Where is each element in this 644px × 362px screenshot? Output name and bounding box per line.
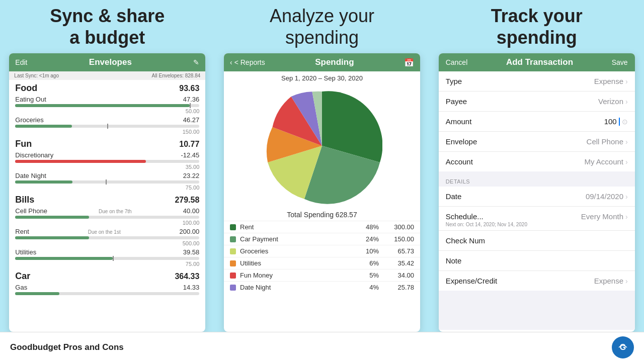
item-date-night[interactable]: Date Night 23.22 75.00 xyxy=(9,171,205,192)
panel-2: Analyze your spending ‹ < Reports Spendi… xyxy=(215,0,430,332)
back-button[interactable]: ‹ < Reports xyxy=(230,58,265,66)
logo-icon: G xyxy=(616,340,630,354)
legend-color-fun xyxy=(230,273,236,279)
item-gas[interactable]: Gas 14.33 xyxy=(9,283,205,297)
category-bills: Bills 279.58 xyxy=(9,192,205,206)
expense-credit-row[interactable]: Expense/Credit Expense › xyxy=(439,271,635,291)
save-button[interactable]: Save xyxy=(612,58,628,66)
transaction-content: Type Expense › Payee Verizon › Amount 10… xyxy=(439,71,635,330)
calendar-icon[interactable]: 📅 xyxy=(404,58,414,67)
spending-legend: Rent 48% 300.00 Car Payment 24% 150.00 G… xyxy=(224,221,420,293)
date-range: Sep 1, 2020 – Sep 30, 2020 xyxy=(224,71,420,83)
add-transaction-header: Cancel Add Transaction Save xyxy=(439,53,635,71)
edit-button[interactable]: Edit xyxy=(15,58,27,66)
note-row[interactable]: Note xyxy=(439,251,635,271)
panel-1: Sync & share a budget Edit Envelopes ✎ L… xyxy=(0,0,215,332)
bottom-bar-title: Goodbudget Pros and Cons xyxy=(10,342,124,352)
panel-3: Track your spending Cancel Add Transacti… xyxy=(429,0,644,332)
date-row[interactable]: Date 09/14/2020 › xyxy=(439,187,635,207)
main-container: Sync & share a budget Edit Envelopes ✎ L… xyxy=(0,0,644,332)
legend-color-groceries xyxy=(230,248,236,254)
legend-utilities: Utilities 6% 35.42 xyxy=(224,257,420,269)
bottom-bar: Goodbudget Pros and Cons G xyxy=(0,332,644,362)
item-cell-phone[interactable]: Cell Phone Due on the 7th 40.00 100.00 xyxy=(9,206,205,227)
check-num-row[interactable]: Check Num xyxy=(439,231,635,251)
item-eating-out[interactable]: Eating Out 47.36 50.00 xyxy=(9,95,205,115)
edit-icon[interactable]: ✎ xyxy=(193,58,199,66)
legend-fun-money: Fun Money 5% 34.00 xyxy=(224,269,420,281)
back-chevron: ‹ xyxy=(230,58,232,66)
legend-date-night: Date Night 4% 25.78 xyxy=(224,281,420,293)
category-car: Car 364.33 xyxy=(9,268,205,283)
svg-text:G: G xyxy=(620,343,626,351)
payee-row[interactable]: Payee Verizon › xyxy=(439,92,635,112)
cancel-button[interactable]: Cancel xyxy=(446,58,468,66)
panel2-title: Analyze your spending xyxy=(260,0,384,53)
account-row[interactable]: Account My Account › xyxy=(439,152,635,171)
spending-title: Spending xyxy=(315,57,354,67)
phone-frame-3: Cancel Add Transaction Save Type Expense… xyxy=(439,53,635,332)
type-row[interactable]: Type Expense › xyxy=(439,71,635,92)
details-section-header: DETAILS xyxy=(439,175,635,187)
pie-chart-container xyxy=(224,83,420,209)
goodbudget-logo: G xyxy=(612,336,634,358)
legend-car-payment: Car Payment 24% 150.00 xyxy=(224,233,420,245)
panel1-title: Sync & share a budget xyxy=(40,0,175,53)
envelope-content: Food 93.63 Eating Out 47.36 50.00 xyxy=(9,80,205,332)
main-fields-section: Type Expense › Payee Verizon › Amount 10… xyxy=(439,71,635,171)
legend-color-utilities xyxy=(230,260,236,266)
amount-row[interactable]: Amount 100 ⊙ xyxy=(439,112,635,132)
item-utilities[interactable]: Utilities 39.58 75.00 xyxy=(9,247,205,268)
schedule-row[interactable]: Schedule... Every Month › Next on: Oct 1… xyxy=(439,207,635,231)
category-food: Food 93.63 xyxy=(9,80,205,95)
add-transaction-title: Add Transaction xyxy=(506,57,573,67)
pie-chart xyxy=(262,85,382,206)
category-fun: Fun 10.77 xyxy=(9,136,205,150)
phone-frame-2: ‹ < Reports Spending 📅 Sep 1, 2020 – Sep… xyxy=(224,53,420,332)
schedule-sub: Next on: Oct 14, 2020; Nov 14, 2020 xyxy=(439,222,635,230)
legend-color-date-night xyxy=(230,285,236,291)
legend-color-car xyxy=(230,236,236,242)
item-discretionary[interactable]: Discretionary -12.45 35.00 xyxy=(9,150,205,171)
legend-color-rent xyxy=(230,224,236,230)
legend-rent: Rent 48% 300.00 xyxy=(224,221,420,233)
all-envelopes: All Envelopes: 828.84 xyxy=(152,73,201,78)
envelope-header: Edit Envelopes ✎ xyxy=(9,53,205,71)
panel3-title: Track your spending xyxy=(481,0,593,53)
item-rent[interactable]: Rent Due on the 1st 200.00 500.00 xyxy=(9,227,205,247)
spending-total: Total Spending 628.57 xyxy=(224,209,420,221)
spending-header: ‹ < Reports Spending 📅 xyxy=(224,53,420,71)
legend-groceries: Groceries 10% 65.73 xyxy=(224,245,420,257)
item-groceries[interactable]: Groceries 46.27 150.00 xyxy=(9,115,205,136)
sync-status: Last Sync: <1m ago xyxy=(14,73,59,78)
details-section: Date 09/14/2020 › Schedule... Every Mont… xyxy=(439,187,635,291)
phone-frame-1: Edit Envelopes ✎ Last Sync: <1m ago All … xyxy=(9,53,205,332)
sync-bar: Last Sync: <1m ago All Envelopes: 828.84 xyxy=(9,71,205,80)
envelopes-title: Envelopes xyxy=(89,57,132,67)
envelope-row[interactable]: Envelope Cell Phone › xyxy=(439,132,635,152)
